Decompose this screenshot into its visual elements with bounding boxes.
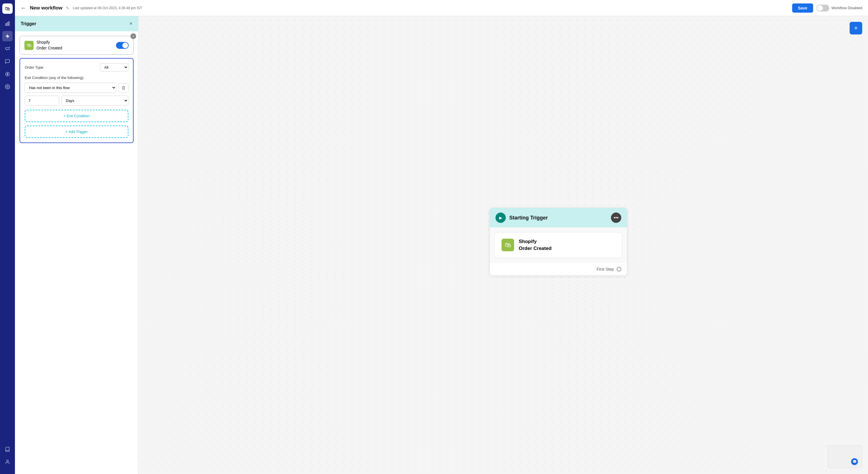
panel-close-button[interactable]: × [129,21,132,27]
edit-icon[interactable]: ✎ [66,6,69,10]
delete-condition-button[interactable] [119,83,128,93]
shopify-card-close-button[interactable]: × [130,33,136,39]
first-step-label: First Step [596,267,614,271]
add-exit-condition-button[interactable]: + Exit Condition [25,110,128,122]
order-type-row: Order Type All New Returning [25,63,128,71]
sidebar: 🛍 [0,0,15,474]
sidebar-item-settings[interactable] [2,82,13,92]
svg-point-4 [7,86,8,88]
shopify-card-text: Shopify Order Created [36,40,62,51]
canvas-area: ▶ Starting Trigger ••• 🛍 Shopify Order C… [138,16,868,474]
sidebar-item-person[interactable] [2,457,13,467]
sidebar-item-chart[interactable] [2,19,13,29]
svg-rect-2 [9,22,9,26]
days-number-input[interactable] [25,96,59,106]
back-button[interactable]: ← [21,5,26,11]
workflow-node: ▶ Starting Trigger ••• 🛍 Shopify Order C… [490,208,627,276]
content-area: Trigger × × 🛍 Shopify Order Created [15,16,868,474]
panel-header: Trigger × [15,16,138,31]
shopify-logo-icon: 🛍 [24,41,34,50]
condition-select[interactable]: Has not been in this flow Has been in th… [25,83,116,93]
sidebar-item-megaphone[interactable] [2,44,13,54]
trigger-section: × 🛍 Shopify Order Created [15,31,138,148]
condition-row: Has not been in this flow Has been in th… [25,83,128,93]
shopify-node-logo: 🛍 [501,239,514,251]
workflow-toggle[interactable] [816,5,829,11]
save-button[interactable]: Save [792,3,813,12]
workflow-status: Workflow Disabled [832,6,862,10]
days-select[interactable]: Days Hours Minutes [61,96,128,106]
order-type-select[interactable]: All New Returning [100,63,128,71]
sidebar-item-chat[interactable] [2,56,13,67]
node-title-group: ▶ Starting Trigger [495,213,548,223]
sidebar-item-lightning[interactable] [2,31,13,41]
svg-rect-0 [5,24,6,26]
config-box: Order Type All New Returning Exit Condit… [20,58,133,143]
workflow-toggle-wrapper: Workflow Disabled [816,5,862,11]
shopify-node-card: 🛍 Shopify Order Created [494,232,622,258]
play-icon: ▶ [495,213,506,223]
shopify-toggle[interactable] [116,42,129,49]
add-trigger-button[interactable]: + Add Trigger [25,125,128,138]
panel-title: Trigger [21,21,36,26]
main-container: ← New workflow ✎ Last updated at 06-Oct-… [15,0,868,474]
node-title: Starting Trigger [509,215,548,220]
last-updated-text: Last updated at 06-Oct-2023, 4:36:48 pm … [73,6,142,10]
minimap-chat-icon[interactable]: 💬 [851,458,858,465]
minimap: 💬 [828,445,862,468]
page-title: New workflow [30,5,62,11]
shopify-info: 🛍 Shopify Order Created [24,40,62,51]
node-footer: First Step [490,263,627,275]
logo-icon: 🛍 [5,6,10,12]
add-fab-button[interactable]: + [849,22,862,34]
topbar: ← New workflow ✎ Last updated at 06-Oct-… [15,0,868,16]
svg-point-5 [7,460,8,462]
sidebar-item-coins[interactable] [2,69,13,79]
left-panel: Trigger × × 🛍 Shopify Order Created [15,16,138,474]
more-options-button[interactable]: ••• [611,213,621,223]
shopify-trigger-card: × 🛍 Shopify Order Created [20,36,133,55]
node-body: 🛍 Shopify Order Created [490,228,627,263]
svg-rect-1 [7,22,8,26]
sidebar-logo: 🛍 [2,3,13,14]
connector-dot[interactable] [617,267,621,271]
exit-condition-label: Exit Condition (any of the following): [25,76,128,80]
order-type-label: Order Type [25,65,43,69]
node-header: ▶ Starting Trigger ••• [490,208,627,228]
shopify-node-text: Shopify Order Created [519,238,552,252]
number-days-row: Days Hours Minutes [25,96,128,106]
sidebar-item-book[interactable] [2,444,13,454]
